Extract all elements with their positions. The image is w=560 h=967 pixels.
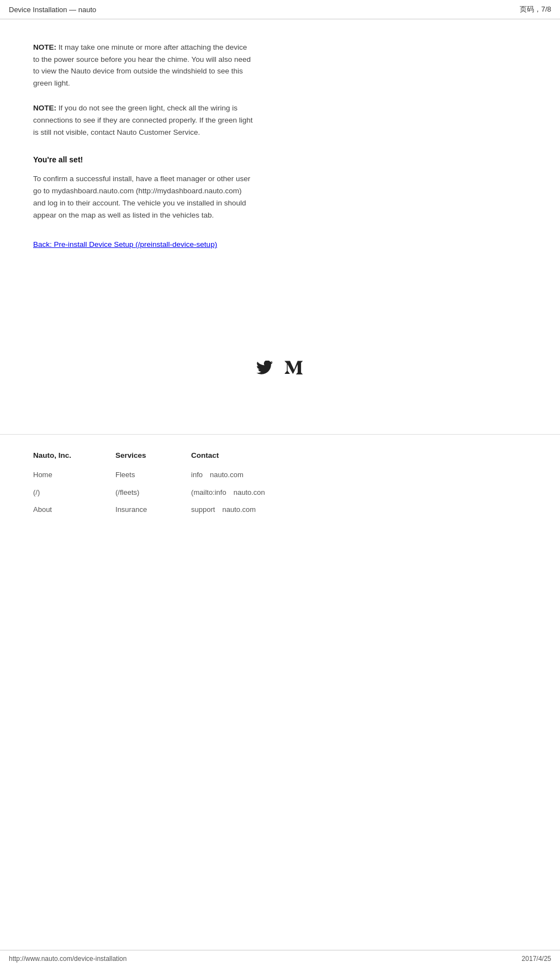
footer-col2-title: Services xyxy=(115,451,147,459)
page-info: 页码，7/8 xyxy=(520,4,551,14)
footer-col-3: Contact info nauto.com (mailto:info naut… xyxy=(191,451,265,516)
footer: Nauto, Inc. Home (/) About Services Flee… xyxy=(0,434,560,532)
footer-link-info-mailto[interactable]: (mailto:info nauto.con xyxy=(191,486,265,499)
footer-link-support-email[interactable]: support nauto.com xyxy=(191,503,265,516)
footer-col3-title: Contact xyxy=(191,451,265,459)
medium-icon[interactable] xyxy=(284,361,304,379)
footer-link-home[interactable]: Home xyxy=(33,468,71,481)
footer-link-home-url[interactable]: (/) xyxy=(33,486,71,499)
social-icons xyxy=(0,361,560,379)
note2-label: NOTE: xyxy=(33,104,56,112)
footer-link-about[interactable]: About xyxy=(33,503,71,516)
back-link[interactable]: Back: Pre-install Device Setup (/preinst… xyxy=(33,239,254,251)
page-footer-url: http://www.nauto.com/device-installation xyxy=(9,955,126,963)
page-title: Device Installation — nauto xyxy=(9,6,96,14)
footer-link-fleets-url[interactable]: (/fleets) xyxy=(115,486,147,499)
footer-link-info-email[interactable]: info nauto.com xyxy=(191,468,265,481)
footer-col-2: Services Fleets (/fleets) Insurance xyxy=(115,451,147,516)
note-block-1: NOTE: It may take one minute or more aft… xyxy=(33,41,254,89)
note1-text: It may take one minute or more after att… xyxy=(33,43,251,87)
page-header: Device Installation — nauto 页码，7/8 xyxy=(0,0,560,19)
main-content: NOTE: It may take one minute or more aft… xyxy=(0,19,287,272)
section-title: You're all set! xyxy=(33,154,254,166)
note-block-2: NOTE: If you do not see the green light,… xyxy=(33,102,254,138)
page-footer: http://www.nauto.com/device-installation… xyxy=(0,950,560,967)
footer-link-fleets[interactable]: Fleets xyxy=(115,468,147,481)
footer-col1-title: Nauto, Inc. xyxy=(33,451,71,459)
footer-col-1: Nauto, Inc. Home (/) About xyxy=(33,451,71,516)
back-link-anchor[interactable]: Back: Pre-install Device Setup (/preinst… xyxy=(33,240,217,249)
twitter-icon[interactable] xyxy=(256,361,273,379)
section-body: To confirm a successful install, have a … xyxy=(33,173,254,222)
footer-link-insurance[interactable]: Insurance xyxy=(115,503,147,516)
note2-text: If you do not see the green light, check… xyxy=(33,104,253,136)
note1-label: NOTE: xyxy=(33,43,56,51)
page-footer-date: 2017/4/25 xyxy=(522,955,551,963)
